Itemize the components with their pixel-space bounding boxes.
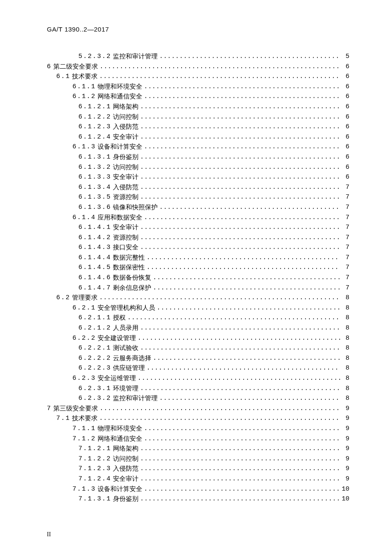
toc-leader-dots bbox=[140, 234, 340, 240]
toc-entry-number: 6.2.1.1 bbox=[78, 315, 111, 321]
toc-entry: 6.1.2.2访问控制6 bbox=[47, 114, 349, 120]
toc-leader-dots bbox=[147, 264, 340, 270]
toc-entry: 6.1.3.2访问控制6 bbox=[47, 164, 349, 171]
toc-entry-number: 7.1.3 bbox=[72, 486, 96, 492]
toc-entry: 7.1.3.1身份鉴别10 bbox=[47, 496, 349, 502]
toc-entry-title: 测试验收 bbox=[113, 345, 138, 351]
toc-entry-page: 7 bbox=[342, 285, 349, 291]
toc-entry-title: 技术要求 bbox=[72, 415, 98, 422]
toc-entry-number: 6.1.3.2 bbox=[78, 164, 111, 171]
toc-entry-page: 6 bbox=[342, 84, 349, 90]
toc-entry-title: 物理和环境安全 bbox=[98, 84, 142, 90]
toc-entry: 6.2.1.1授权8 bbox=[47, 315, 349, 321]
toc-entry-number: 6.2.2.2 bbox=[78, 355, 111, 361]
toc-leader-dots bbox=[144, 214, 340, 220]
toc-entry: 6.2.3.2监控和审计管理8 bbox=[47, 395, 349, 402]
toc-entry-page: 8 bbox=[342, 335, 349, 341]
toc-leader-dots bbox=[147, 365, 340, 371]
toc-entry-page: 9 bbox=[342, 436, 349, 442]
toc-entry-page: 7 bbox=[342, 204, 349, 211]
toc-entry-page: 9 bbox=[342, 445, 349, 452]
toc-leader-dots bbox=[157, 305, 340, 311]
toc-leader-dots bbox=[127, 315, 340, 321]
toc-entry: 6.1.1物理和环境安全6 bbox=[47, 84, 349, 90]
toc-entry-title: 身份鉴别 bbox=[113, 154, 138, 160]
toc-entry: 7.1.2.3入侵防范9 bbox=[47, 465, 349, 472]
toc-entry: 6.2.3安全运维管理8 bbox=[47, 375, 349, 382]
toc-entry: 6.2管理要求8 bbox=[47, 295, 349, 301]
toc-entry-number: 7.1.1 bbox=[72, 425, 96, 432]
toc-entry-number: 6.1.2.3 bbox=[78, 124, 111, 130]
toc-entry-number: 6.2 bbox=[56, 295, 70, 301]
toc-entry: 6.1.2.3入侵防范6 bbox=[47, 124, 349, 130]
toc-entry: 6.1.4.6数据备份恢复7 bbox=[47, 275, 349, 281]
toc-leader-dots bbox=[140, 345, 340, 351]
toc-entry-number: 6.1.4.4 bbox=[78, 254, 111, 261]
toc-entry-title: 身份鉴别 bbox=[113, 496, 138, 502]
toc-entry-page: 7 bbox=[342, 275, 349, 281]
toc-leader-dots bbox=[140, 385, 340, 391]
toc-entry-number: 7.1.3.1 bbox=[78, 496, 111, 502]
toc-leader-dots bbox=[140, 124, 340, 130]
toc-leader-dots bbox=[153, 275, 340, 280]
toc-entry-title: 数据备份恢复 bbox=[113, 275, 151, 281]
toc-entry-page: 8 bbox=[342, 295, 349, 301]
toc-entry-number: 6.1.2 bbox=[72, 93, 96, 100]
toc-entry-page: 10 bbox=[342, 486, 349, 492]
toc-entry-page: 9 bbox=[342, 465, 349, 472]
toc-entry: 6.1.3.5资源控制7 bbox=[47, 194, 349, 200]
toc-entry-title: 设备和计算安全 bbox=[98, 486, 142, 492]
toc-entry-number: 6.1.3.4 bbox=[78, 184, 111, 191]
toc-leader-dots bbox=[140, 244, 340, 250]
toc-entry-number: 6.2.3.2 bbox=[78, 395, 111, 402]
toc-entry: 7.1.2.2访问控制9 bbox=[47, 456, 349, 462]
toc-leader-dots bbox=[140, 224, 340, 230]
toc-entry-page: 6 bbox=[342, 124, 349, 130]
toc-entry-title: 安全管理机构和人员 bbox=[98, 305, 155, 311]
toc-entry-title: 网络架构 bbox=[113, 445, 138, 452]
toc-entry-page: 6 bbox=[342, 134, 349, 140]
toc-entry-title: 入侵防范 bbox=[113, 465, 138, 472]
toc-entry-title: 监控和审计管理 bbox=[113, 53, 158, 60]
toc-entry: 7.1.2.4安全审计9 bbox=[47, 476, 349, 482]
toc-entry: 6.2.1.2人员录用8 bbox=[47, 325, 349, 331]
toc-entry: 6.2.3.1环境管理8 bbox=[47, 385, 349, 392]
toc-entry-number: 7.1.2.3 bbox=[78, 465, 111, 472]
toc-leader-dots bbox=[140, 465, 340, 471]
toc-entry-page: 8 bbox=[342, 375, 349, 382]
toc-entry: 6.1.3.3安全审计6 bbox=[47, 174, 349, 180]
toc-entry-title: 网络和通信安全 bbox=[98, 436, 142, 442]
toc-leader-dots bbox=[159, 395, 340, 401]
toc-leader-dots bbox=[159, 204, 340, 210]
toc-leader-dots bbox=[138, 375, 340, 381]
toc-leader-dots bbox=[100, 64, 340, 69]
toc-entry: 7.1.3设备和计算安全10 bbox=[47, 486, 349, 492]
toc-entry-number: 6.1.4.6 bbox=[78, 275, 111, 281]
toc-entry-title: 接口安全 bbox=[113, 244, 138, 251]
toc-entry-page: 6 bbox=[342, 174, 349, 180]
toc-leader-dots bbox=[138, 335, 340, 341]
toc-entry: 5.2.3.2监控和审计管理5 bbox=[47, 53, 349, 60]
toc-entry-number: 6.1.3.6 bbox=[78, 204, 111, 211]
toc-entry: 6.1.2.4安全审计6 bbox=[47, 134, 349, 140]
toc-entry-number: 6.1.4.1 bbox=[78, 224, 111, 231]
toc-entry-number: 6.1.4.3 bbox=[78, 244, 111, 251]
toc-entry-page: 7 bbox=[342, 254, 349, 261]
toc-entry-number: 6.1.3 bbox=[72, 144, 96, 150]
toc-leader-dots bbox=[144, 425, 340, 431]
toc-entry-page: 5 bbox=[342, 53, 349, 60]
toc-leader-dots bbox=[153, 285, 340, 291]
toc-entry-number: 6.2.1.2 bbox=[78, 325, 111, 331]
toc-leader-dots bbox=[99, 415, 340, 421]
toc-entry-number: 6.1.4 bbox=[72, 214, 96, 221]
toc-entry-title: 第三级安全要求 bbox=[53, 405, 98, 412]
toc-leader-dots bbox=[99, 295, 340, 301]
toc-leader-dots bbox=[140, 114, 340, 120]
toc-entry-page: 6 bbox=[342, 154, 349, 160]
toc-entry-title: 监控和审计管理 bbox=[113, 395, 158, 402]
toc-entry-title: 供应链管理 bbox=[113, 365, 145, 371]
toc-entry: 6.2.2.1测试验收8 bbox=[47, 345, 349, 351]
toc-entry-title: 数据完整性 bbox=[113, 254, 145, 261]
toc-entry-title: 入侵防范 bbox=[113, 184, 138, 191]
toc-entry-title: 访问控制 bbox=[113, 114, 138, 120]
